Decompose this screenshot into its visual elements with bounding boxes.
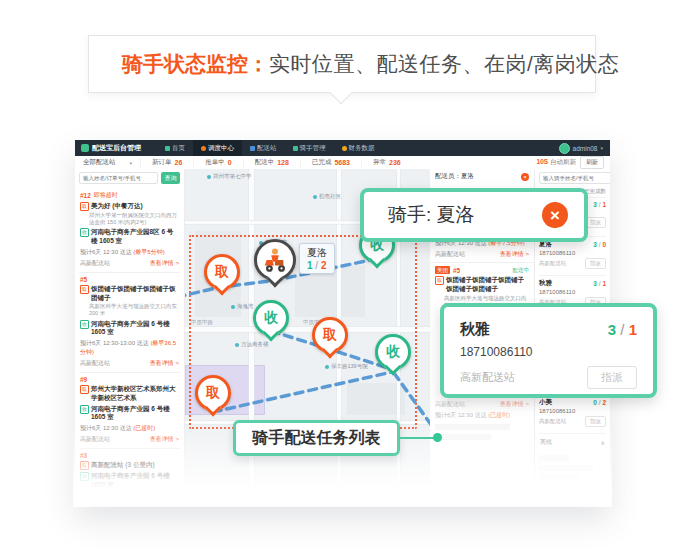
delivery-icon: 收 xyxy=(80,472,89,481)
app-title: 配送宝后台管理 xyxy=(92,143,141,153)
chevron-down-icon: ▾ xyxy=(130,160,133,166)
stat-new-orders[interactable]: 新订单26 xyxy=(141,159,194,167)
stat-grabbing[interactable]: 抢单中0 xyxy=(194,159,243,167)
rider-marker[interactable] xyxy=(254,239,296,281)
home-icon xyxy=(165,146,170,151)
stat-delivering[interactable]: 配送中128 xyxy=(244,159,301,167)
pickup-icon: 取 xyxy=(80,385,89,394)
delivery-pin[interactable]: 收 xyxy=(253,300,289,336)
user-menu[interactable]: admin08 ▾ xyxy=(559,143,610,154)
label-connector-dot xyxy=(433,433,442,442)
order-detail-link[interactable]: 查看详情 > xyxy=(150,435,179,444)
pickup-icon: 取 xyxy=(80,285,89,294)
assign-button[interactable]: 指派 xyxy=(585,416,606,427)
order-id: #12 xyxy=(80,192,91,199)
nav-item-finance[interactable]: 财务数据 xyxy=(334,140,383,156)
username: admin08 xyxy=(573,145,598,152)
order-status: 配送中 xyxy=(513,267,530,274)
station-icon xyxy=(250,146,255,151)
order-detail-link[interactable]: 查看详情 > xyxy=(500,250,529,259)
chevron-down-icon: ▾ xyxy=(600,145,603,151)
top-nav: 配送宝后台管理 首页 调度中心 配送站 骑手管理 财务数据 xyxy=(75,140,610,156)
delivery-pin[interactable]: 收 xyxy=(375,334,411,370)
pickup-icon: 取 xyxy=(80,461,89,470)
nav-item-label: 配送站 xyxy=(257,144,277,153)
order-card[interactable]: #9 取郑州大学新校区艺术系郑州大学新校区艺术系 收河南电子商务产业园 6 号楼… xyxy=(79,373,180,449)
app-logo-icon xyxy=(81,144,89,152)
assign-button[interactable]: 指派 xyxy=(585,217,606,228)
rider-callout-text: 骑手: 夏洛 xyxy=(388,202,475,228)
scooter-icon xyxy=(261,246,289,274)
station-filter-select[interactable]: 全部配送站 ▾ xyxy=(75,158,141,167)
rider-callout: 骑手: 夏洛 × xyxy=(360,188,588,242)
close-icon[interactable]: × xyxy=(542,202,568,228)
nav-item-label: 财务数据 xyxy=(349,144,375,153)
assign-button[interactable]: 指派 xyxy=(585,258,606,269)
page: 骑手状态监控： 实时位置、配送任务、在岗/离岗状态 配送宝后台管理 首页 调度中… xyxy=(0,0,683,553)
station-filter-value: 全部配送站 xyxy=(83,158,116,167)
platform-badge: 美团 xyxy=(435,266,450,274)
rider-detail-card: 秋雅 3 / 1 18710086110 高新配送站 指派 xyxy=(440,303,657,398)
rider-search-input[interactable] xyxy=(539,172,610,184)
assign-button[interactable]: 指派 xyxy=(587,366,637,389)
stats-bar: 全部配送站 ▾ 新订单26 抢单中0 配送中128 已完成5683 异常236 … xyxy=(75,156,610,170)
rider-icon xyxy=(293,146,298,151)
order-id: #9 xyxy=(80,376,87,383)
unassign-icon[interactable]: × xyxy=(521,173,529,181)
order-detail-link[interactable]: 查看详情 > xyxy=(150,359,179,368)
banner-title: 骑手状态监控： xyxy=(122,50,269,78)
collapse-icon: ∧ xyxy=(601,439,605,446)
nav-item-label: 骑手管理 xyxy=(300,144,326,153)
order-list-panel: 查询 #12即将超时 取美为好 (中餐万达) 郑州大学第一附属医院交叉口向西万达… xyxy=(75,169,185,505)
rider-phone: 18710086110 xyxy=(460,345,637,359)
pickup-pin[interactable]: 取 xyxy=(195,375,231,411)
nav-item-label: 首页 xyxy=(172,144,185,153)
avatar xyxy=(559,143,570,154)
dispatch-icon xyxy=(201,146,206,151)
nav-item-home[interactable]: 首页 xyxy=(157,140,193,156)
pickup-icon: 取 xyxy=(80,202,89,211)
order-card[interactable]: #5 取饭团铺子饭团铺子饭团铺子饭团铺子 高新区科学大道与瑞达路交叉口向东 20… xyxy=(79,273,180,373)
nav-item-station[interactable]: 配送站 xyxy=(242,140,285,156)
pickup-icon: 取 xyxy=(435,276,444,285)
order-search-button[interactable]: 查询 xyxy=(161,172,180,184)
order-card[interactable]: #12即将超时 取美为好 (中餐万达) 郑州大学第一附属医院交叉口向西万达金街 … xyxy=(79,188,180,273)
order-id: #3 xyxy=(80,452,87,459)
order-id: #5 xyxy=(80,276,87,283)
rider-name: 秋雅 xyxy=(460,320,490,339)
nav-item-dispatch-center[interactable]: 调度中心 xyxy=(193,140,242,156)
stat-abnormal[interactable]: 异常236 xyxy=(362,159,412,167)
order-detail-link[interactable]: 查看详情 > xyxy=(150,259,179,268)
assigned-rider-row: 配送员：夏洛 × xyxy=(435,172,529,181)
order-card[interactable]: #3 取高新配送站 (3 公里内) 收河南电子商务产业园 6 号楼 1605 室… xyxy=(79,449,180,505)
offline-section-toggle[interactable]: 离线 ∧ xyxy=(539,433,606,451)
stat-completed[interactable]: 已完成5683 xyxy=(301,159,362,167)
rider-label-bubble: 夏洛 1 / 2 xyxy=(299,243,335,274)
nav-item-rider-management[interactable]: 骑手管理 xyxy=(285,140,334,156)
order-search-input[interactable] xyxy=(79,172,158,184)
order-warning: 即将超时 xyxy=(94,191,118,200)
pickup-pin[interactable]: 取 xyxy=(312,317,348,353)
refresh-button[interactable]: 刷新 xyxy=(580,156,604,169)
delivery-icon: 收 xyxy=(80,320,89,329)
pickup-pin[interactable]: 取 xyxy=(204,254,240,290)
task-list-label: 骑手配送任务列表 xyxy=(233,420,400,456)
label-connector-line xyxy=(399,437,435,439)
delivery-icon: 收 xyxy=(80,228,89,237)
nav-item-label: 调度中心 xyxy=(208,144,234,153)
banner-subtitle: 实时位置、配送任务、在岗/离岗状态 xyxy=(269,50,619,78)
order-id: #5 xyxy=(453,267,460,274)
auto-refresh: 10S 自动刷新 刷新 xyxy=(537,156,610,169)
rider-station: 高新配送站 xyxy=(460,370,515,385)
finance-icon xyxy=(342,146,347,151)
rider-row[interactable]: 小美 0 / 2 18710086110 高新配送站指派 xyxy=(539,394,606,433)
delivery-icon: 收 xyxy=(80,405,89,414)
order-detail-link[interactable]: 查看详情 > xyxy=(500,400,529,409)
rider-name: 夏洛 xyxy=(307,246,327,260)
